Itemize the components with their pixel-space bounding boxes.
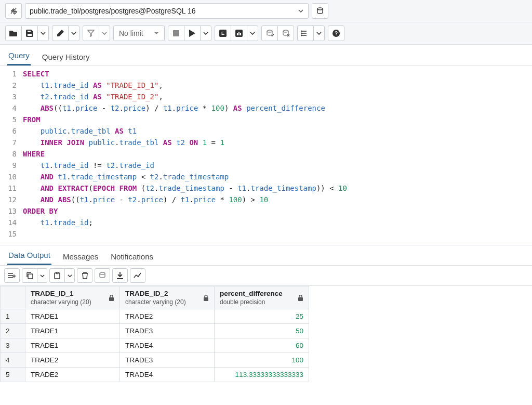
tab-messages[interactable]: Messages xyxy=(62,250,99,265)
download-button[interactable] xyxy=(112,268,128,283)
connection-label: public.trade_tbl/postgres/postgres@Postg… xyxy=(30,7,196,15)
explain-button[interactable]: E xyxy=(215,25,231,41)
save-data-button[interactable] xyxy=(95,268,110,283)
cell[interactable]: TRADE1 xyxy=(25,338,120,353)
filter-button[interactable] xyxy=(83,25,99,41)
stop-button[interactable] xyxy=(168,25,184,41)
column-header[interactable]: percent_differencedouble precision xyxy=(215,286,309,309)
svg-rect-6 xyxy=(238,32,240,35)
table-row[interactable]: 3TRADE1TRADE460 xyxy=(1,338,309,353)
connection-bar: public.trade_tbl/postgres/postgres@Postg… xyxy=(0,0,532,22)
lock-icon xyxy=(203,295,209,301)
tab-query[interactable]: Query xyxy=(7,49,31,66)
save-button[interactable] xyxy=(21,25,38,41)
tab-query-history[interactable]: Query History xyxy=(41,50,91,66)
delete-row-button[interactable] xyxy=(77,268,92,283)
column-header[interactable]: TRADE_ID_2character varying (20) xyxy=(120,286,215,309)
filter-dropdown[interactable] xyxy=(99,25,110,41)
lock-icon xyxy=(298,295,303,301)
svg-point-12 xyxy=(301,35,302,36)
result-tabs: Data Output Messages Notifications xyxy=(0,245,532,266)
line-gutter: 123456789101112131415 xyxy=(0,68,21,240)
execute-dropdown[interactable] xyxy=(200,25,211,41)
connection-status-icon[interactable] xyxy=(5,3,22,19)
macros-button[interactable] xyxy=(297,25,314,41)
cell[interactable]: TRADE3 xyxy=(120,324,215,338)
chevron-down-icon xyxy=(298,8,304,14)
svg-rect-7 xyxy=(240,33,241,35)
table-row[interactable]: 4TRADE2TRADE3100 xyxy=(1,353,309,368)
cell[interactable]: 25 xyxy=(215,309,309,324)
svg-rect-5 xyxy=(237,33,238,35)
tab-notifications[interactable]: Notifications xyxy=(110,250,154,265)
svg-point-0 xyxy=(317,8,323,10)
svg-rect-19 xyxy=(109,297,114,301)
edit-button[interactable] xyxy=(52,25,69,41)
lock-icon xyxy=(109,295,114,301)
main-toolbar: No limit E xyxy=(0,22,532,45)
cell[interactable]: TRADE1 xyxy=(25,324,120,338)
cell[interactable]: TRADE2 xyxy=(120,309,215,324)
svg-rect-17 xyxy=(56,272,58,274)
svg-rect-15 xyxy=(28,274,33,279)
row-limit-select[interactable]: No limit xyxy=(113,25,165,41)
commit-button[interactable] xyxy=(261,25,278,41)
open-file-button[interactable] xyxy=(5,25,22,41)
svg-text:?: ? xyxy=(335,31,338,36)
svg-point-18 xyxy=(100,272,105,275)
svg-point-11 xyxy=(301,33,302,34)
cell[interactable]: 100 xyxy=(215,353,309,368)
cell[interactable]: 60 xyxy=(215,338,309,353)
result-grid[interactable]: TRADE_ID_1character varying (20)TRADE_ID… xyxy=(0,286,309,382)
copy-button[interactable] xyxy=(22,268,37,283)
new-connection-button[interactable] xyxy=(312,3,328,19)
svg-text:E: E xyxy=(221,31,224,36)
explain-dropdown[interactable] xyxy=(247,25,258,41)
editor-tabs: Query Query History xyxy=(0,45,532,66)
cell[interactable]: TRADE1 xyxy=(25,309,120,324)
cell[interactable]: TRADE4 xyxy=(120,338,215,353)
svg-rect-20 xyxy=(204,297,208,301)
execute-button[interactable] xyxy=(184,25,201,41)
copy-dropdown[interactable] xyxy=(37,268,47,283)
cell[interactable]: TRADE2 xyxy=(25,368,120,382)
edit-dropdown[interactable] xyxy=(68,25,79,41)
explain-analyze-button[interactable] xyxy=(231,25,247,41)
table-row[interactable]: 1TRADE1TRADE225 xyxy=(1,309,309,324)
rollback-button[interactable] xyxy=(277,25,294,41)
svg-rect-21 xyxy=(298,297,303,301)
save-dropdown[interactable] xyxy=(37,25,49,41)
row-limit-label: No limit xyxy=(119,29,143,37)
tab-data-output[interactable]: Data Output xyxy=(7,249,51,265)
caret-down-icon xyxy=(154,31,159,36)
table-row[interactable]: 2TRADE1TRADE350 xyxy=(1,324,309,338)
cell[interactable]: 113.33333333333333 xyxy=(215,368,309,382)
sql-editor[interactable]: 123456789101112131415 SELECT t1.trade_id… xyxy=(0,66,532,245)
paste-button[interactable] xyxy=(49,268,65,283)
cell[interactable]: TRADE4 xyxy=(120,368,215,382)
sql-code[interactable]: SELECT t1.trade_id AS "TRADE_ID_1", t2.t… xyxy=(21,68,532,240)
cell[interactable]: TRADE2 xyxy=(25,353,120,368)
table-row[interactable]: 5TRADE2TRADE4113.33333333333333 xyxy=(1,368,309,382)
svg-point-10 xyxy=(301,31,302,32)
svg-point-9 xyxy=(283,30,288,32)
svg-point-8 xyxy=(267,30,272,32)
graph-visualizer-button[interactable] xyxy=(130,268,145,283)
result-toolbar xyxy=(0,266,532,286)
paste-dropdown[interactable] xyxy=(64,268,75,283)
help-button[interactable]: ? xyxy=(328,25,344,41)
connection-selector[interactable]: public.trade_tbl/postgres/postgres@Postg… xyxy=(25,3,309,19)
svg-rect-1 xyxy=(173,30,179,36)
cell[interactable]: 50 xyxy=(215,324,309,338)
cell[interactable]: TRADE3 xyxy=(120,353,215,368)
add-row-button[interactable] xyxy=(4,268,20,283)
column-header[interactable]: TRADE_ID_1character varying (20) xyxy=(25,286,120,309)
macros-dropdown[interactable] xyxy=(313,25,325,41)
